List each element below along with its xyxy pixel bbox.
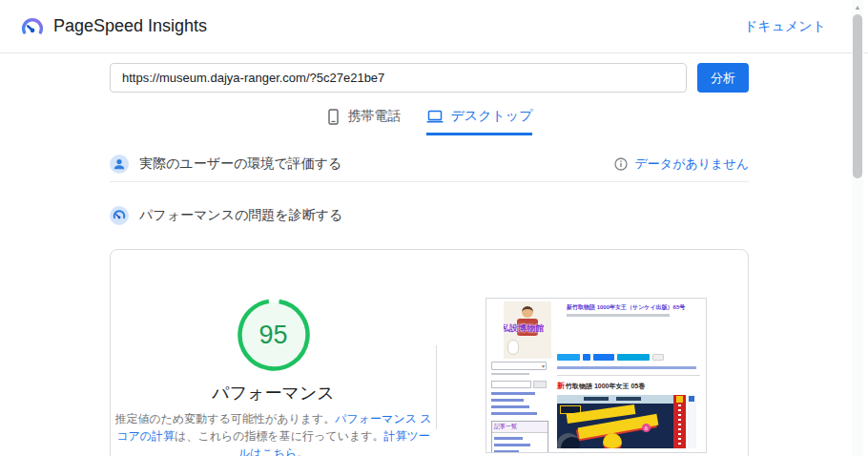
performance-report-card: 95 パフォーマンス 推定値のため変動する可能性があります。パフォーマンス スコ… [110, 249, 749, 456]
desktop-icon [426, 110, 444, 124]
character-head-graphic [522, 306, 533, 318]
share-count-placeholder [652, 354, 664, 361]
cover-artwork: 6 [557, 395, 673, 448]
tab-mobile-label: 携帯電話 [348, 108, 402, 125]
cover-planet-graphic [557, 433, 580, 448]
text-line-placeholder [491, 373, 529, 375]
screenshot-panel: 私設博物館 新竹取物語 1000年女王（サンケイ出版）65号 [436, 250, 748, 456]
main-content: 分析 携帯電話 デスクトップ [110, 63, 749, 456]
tab-mobile[interactable]: 携帯電話 [326, 108, 402, 135]
disclaimer-text-2: は、これらの指標を基に行っています。 [175, 429, 383, 443]
section-diagnose-title: パフォーマンスの問題を診断する [139, 207, 342, 224]
social-share-buttons [557, 354, 702, 361]
scrollbar-up-arrow-icon[interactable]: ▲ [852, 0, 863, 13]
link-line-placeholder [491, 405, 529, 408]
tweet-button-placeholder [557, 354, 580, 361]
article-list-header: 記事一覧 [492, 422, 548, 433]
manga-cover-image: 6 [557, 395, 696, 448]
language-select-placeholder [491, 362, 547, 370]
analyze-button[interactable]: 分析 [697, 63, 749, 93]
article-title-text: 竹取物語 1000年女王 05巻 [566, 382, 645, 391]
field-data-status: データがありません [614, 155, 749, 173]
divider [557, 375, 700, 376]
site-article-area: 新 竹取物語 1000年女王 05巻 6 [557, 354, 702, 448]
site-search-placeholder [491, 381, 550, 388]
info-icon[interactable] [614, 157, 628, 171]
link-line-placeholder [491, 392, 535, 395]
facebook-button-placeholder [583, 354, 590, 361]
disclaimer-text-1: 推定値のため変動する可能性があります。 [114, 412, 335, 425]
link-line-placeholder [494, 444, 530, 446]
like-button-placeholder [593, 354, 614, 361]
gauge-icon [110, 206, 129, 225]
article-headline: 新 竹取物語 1000年女王 05巻 [557, 381, 702, 391]
site-logo-image: 私設博物館 [504, 301, 551, 359]
tab-desktop[interactable]: デスクトップ [426, 108, 533, 135]
section-diagnose: パフォーマンスの問題を診断する [110, 197, 749, 234]
search-input-placeholder [491, 381, 531, 388]
link-line-placeholder [494, 437, 523, 440]
url-input[interactable] [110, 63, 687, 93]
search-button-placeholder [533, 381, 547, 388]
performance-gauge: 95 [237, 298, 311, 376]
performance-label: パフォーマンス [111, 382, 436, 404]
pagespeed-logo-icon [20, 14, 45, 39]
scrollbar[interactable]: ▲ [852, 0, 863, 456]
site-logo-text: 私設博物館 [504, 322, 544, 335]
post-meta-placeholder [567, 314, 670, 317]
device-tabs: 携帯電話 デスクトップ [110, 108, 749, 135]
cover-top-band [557, 395, 673, 404]
cover-spine [673, 395, 686, 448]
new-badge: 新 [557, 381, 565, 391]
hatena-button-placeholder [617, 354, 650, 361]
site-sidebar: 記事一覧 [491, 362, 550, 453]
users-icon [110, 155, 129, 174]
cat-graphic [507, 340, 519, 355]
score-panel: 95 パフォーマンス 推定値のため変動する可能性があります。パフォーマンス スコ… [111, 250, 436, 456]
cover-volume-badge: 6 [642, 424, 651, 432]
section-field-data: 実際のユーザーの環境で評価する データがありません [110, 146, 749, 182]
app-title: PageSpeed Insights [53, 16, 207, 36]
vertical-divider [436, 345, 437, 429]
section-field-title: 実際のユーザーの環境で評価する [139, 155, 341, 173]
app-header: PageSpeed Insights ドキュメント [0, 0, 868, 53]
performance-score: 95 [237, 298, 311, 372]
link-line-placeholder [491, 412, 537, 415]
adjacent-cover-edge [688, 395, 696, 448]
no-data-label: データがありません [635, 155, 749, 173]
tag-links-placeholder [557, 366, 696, 369]
link-line-placeholder [494, 450, 519, 453]
article-list-box: 記事一覧 [491, 421, 548, 453]
analyze-form: 分析 [110, 63, 749, 93]
tab-desktop-label: デスクトップ [451, 108, 533, 125]
score-disclaimer: 推定値のため変動する可能性があります。パフォーマンス スコアの計算は、これらの指… [114, 410, 433, 456]
scrollbar-thumb[interactable] [853, 14, 862, 178]
page-screenshot-thumbnail: 私設博物館 新竹取物語 1000年女王（サンケイ出版）65号 [486, 298, 707, 453]
mobile-icon [326, 109, 341, 125]
pagespeed-insights-page: PageSpeed Insights ドキュメント ▲ 分析 携帯電話 [0, 0, 868, 456]
link-line-placeholder [491, 399, 524, 402]
documentation-link[interactable]: ドキュメント [744, 18, 826, 35]
cover-character-graphic [603, 433, 622, 448]
post-title: 新竹取物語 1000年女王（サンケイ出版）65号 [567, 303, 685, 312]
